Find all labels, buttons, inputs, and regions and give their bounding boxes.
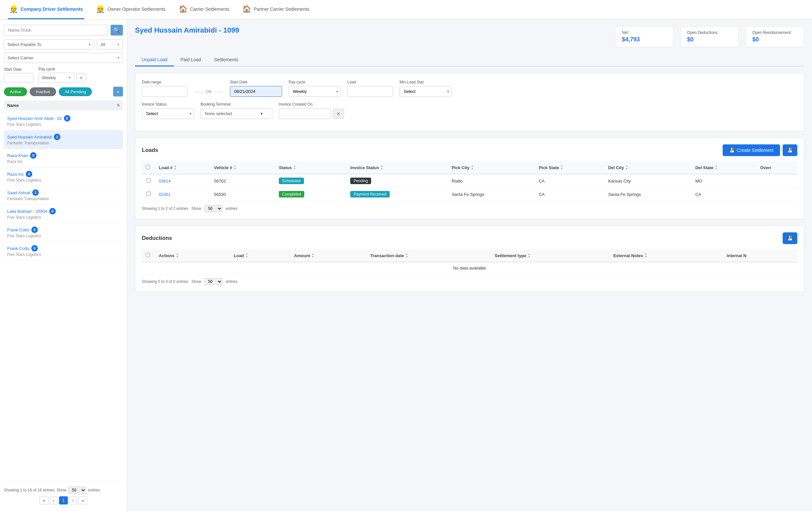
start-date-input[interactable] — [4, 73, 33, 83]
open-deductions-label: Open Deductions: — [687, 30, 732, 35]
entries-per-page-select[interactable]: 50 25 100 — [68, 486, 86, 494]
invoice-status-badge: Payment Received — [350, 191, 390, 198]
driver-company: Fantastic Transportation — [7, 197, 120, 201]
pay-cycle-group: Pay cycle Weekly ▾ ✕ — [38, 67, 86, 83]
create-settlement-button[interactable]: 💾 Create Settlement — [723, 144, 780, 156]
name-sort-icon[interactable]: ⇅ — [117, 103, 120, 108]
filter-load-group: Load — [347, 80, 393, 97]
row-checkbox[interactable] — [146, 191, 151, 196]
first-page-button[interactable]: « — [39, 496, 48, 505]
driver-list-item[interactable]: Saad Ashraf 1 Fantastic Transportation — [4, 186, 123, 205]
driver-list-item[interactable]: Syed Hussain Amir Abidi - 02 0 Five Star… — [4, 112, 123, 130]
driver-company: Five Stars Logistics — [7, 178, 120, 182]
save-icon: 💾 — [729, 148, 735, 153]
nav-partner-carrier-label: Partner Carrier Settlements — [254, 6, 309, 12]
select-all-deductions-checkbox[interactable] — [146, 253, 150, 257]
owner-operator-icon: 👷 — [96, 5, 105, 13]
booking-terminal-dropdown[interactable]: None selected ▾ — [201, 108, 272, 119]
driver-list-item[interactable]: Raza Inc 0 Five Stars Logistics — [4, 168, 123, 186]
carrier-chevron-icon: ▾ — [117, 56, 119, 60]
filter-pay-cycle-label: Pay cycle — [289, 80, 341, 84]
table-row: 02451 56530 Completed Payment Received S… — [142, 188, 797, 201]
filter-load-label: Load — [347, 80, 393, 84]
invoice-status-select[interactable]: Select — [142, 108, 194, 119]
open-reimbursement-value: $0 — [752, 36, 797, 43]
pay-cycle-chevron-icon: ▾ — [69, 76, 71, 80]
driver-list-item[interactable]: Frank Cotto 0 Five Stars Logistics — [4, 223, 123, 242]
driver-count-badge: 2 — [54, 133, 60, 140]
deductions-entries-select[interactable]: 50 25 100 — [204, 278, 223, 285]
driver-name: Raza Inc — [7, 172, 24, 177]
driver-name: Frank Cotto — [7, 228, 29, 232]
driver-count-badge: 0 — [64, 115, 70, 122]
inactive-status-button[interactable]: Inactive — [30, 87, 56, 96]
prev-page-button[interactable]: ‹ — [50, 496, 58, 505]
search-button[interactable]: 🔍 — [111, 25, 123, 35]
filter-load-input[interactable] — [347, 86, 393, 97]
driver-list-item[interactable]: Raza Khan 0 Raza Inc — [4, 149, 123, 168]
driver-company: Raza Inc — [7, 159, 120, 164]
filters-panel: Date range OR Start Date Pay cycle — [135, 73, 804, 131]
filter-start-date-group: Start Date — [230, 80, 282, 97]
sidebar-footer: Showing 1 to 16 of 16 entries Show 50 25… — [4, 481, 123, 506]
sidebar-pagination: « ‹ 1 › » — [4, 496, 123, 505]
filter-pay-cycle-group: Pay cycle Weekly Monthly — [289, 80, 341, 97]
showing-text: Showing 1 to 16 of 16 entries — [4, 488, 55, 492]
loads-section-header: Loads 💾 Create Settlement 💾 — [142, 144, 797, 156]
tab-unpaid-load[interactable]: Unpaid Load — [135, 54, 174, 66]
all-dropdown[interactable]: All ▾ — [97, 39, 123, 50]
payable-to-dropdown[interactable]: Select Payable To ▾ — [4, 39, 94, 50]
invoice-created-input[interactable] — [279, 108, 331, 119]
nav-owner-operator[interactable]: 👷 Owner Operator Settlements — [94, 0, 167, 19]
driver-title: Syed Hussain Amirabidi - 1099 — [135, 26, 609, 34]
filter-start-date-label: Start Date — [230, 80, 282, 84]
clear-invoice-created-button[interactable]: ✕ — [333, 109, 344, 119]
page-1-button[interactable]: 1 — [59, 496, 68, 505]
load-number-link[interactable]: 03614 — [159, 179, 171, 183]
next-page-button[interactable]: › — [69, 496, 77, 505]
nav-carrier[interactable]: 🏠 Carrier Settlements — [177, 0, 231, 19]
load-number-link[interactable]: 02451 — [159, 192, 171, 197]
nav-company-driver-label: Company Driver Settlements — [21, 6, 83, 12]
select-all-loads-checkbox[interactable] — [146, 165, 150, 169]
pending-status-button[interactable]: All Pending — [59, 87, 92, 96]
pay-cycle-label: Pay cycle — [38, 67, 86, 71]
save-loads-button[interactable]: 💾 — [783, 144, 797, 156]
clear-date-button[interactable]: ✕ — [76, 73, 86, 83]
driver-list-item[interactable]: Frank Cotto 0 Five Stars Logistics — [4, 242, 123, 261]
filter-pay-cycle-wrap: Weekly Monthly — [289, 86, 341, 97]
filter-pay-cycle-select[interactable]: Weekly Monthly — [289, 86, 341, 97]
start-date-label: Start Date — [4, 67, 33, 72]
filter-start-date-input[interactable] — [230, 86, 282, 97]
search-input[interactable] — [4, 25, 108, 35]
company-driver-icon: 👷 — [9, 5, 18, 13]
carrier-dropdown[interactable]: Select Carrier ▾ — [4, 53, 123, 63]
pay-cycle-dropdown[interactable]: Weekly ▾ — [38, 73, 74, 83]
driver-list-item[interactable]: Laila Bukhari - 25504 0 Five Stars Logis… — [4, 205, 123, 223]
row-checkbox[interactable] — [146, 178, 151, 182]
driver-count-badge: 0 — [31, 227, 38, 233]
no-data-row: No data available — [142, 262, 797, 274]
loads-entries-select[interactable]: 50 25 100 — [204, 205, 223, 212]
driver-name: Frank Cotto — [7, 246, 29, 251]
payable-chevron-icon: ▾ — [89, 42, 91, 47]
nav-company-driver[interactable]: 👷 Company Driver Settlements — [8, 0, 84, 19]
tab-paid-load[interactable]: Paid Load — [174, 54, 207, 66]
min-load-status-select[interactable]: Select — [400, 86, 452, 97]
status-badge: Scheduled — [279, 178, 304, 184]
date-range-group: Date range — [142, 80, 187, 97]
del-city-cell: Santa Fe Springs — [604, 188, 691, 201]
driver-company: Fantastic Transportation — [7, 141, 120, 145]
overr-cell — [756, 188, 797, 201]
driver-list-item[interactable]: Syed Hussain Amirabidi 2 Fantastic Trans… — [4, 130, 123, 149]
save-deductions-button[interactable]: 💾 — [783, 232, 797, 244]
nav-partner-carrier[interactable]: 🏠 Partner Carrier Settlements — [241, 0, 311, 19]
tab-settlements[interactable]: Settlements — [207, 54, 244, 66]
status-badge: Completed — [279, 191, 304, 198]
active-status-button[interactable]: Active — [4, 87, 27, 96]
collapse-sidebar-button[interactable]: « — [113, 87, 123, 96]
date-range-input[interactable] — [142, 86, 187, 97]
carrier-icon: 🏠 — [179, 5, 187, 13]
last-page-button[interactable]: » — [78, 496, 87, 505]
deductions-section: Deductions 💾 Actions▲▼ Load▲▼ Amount▲▼ T… — [135, 226, 804, 292]
